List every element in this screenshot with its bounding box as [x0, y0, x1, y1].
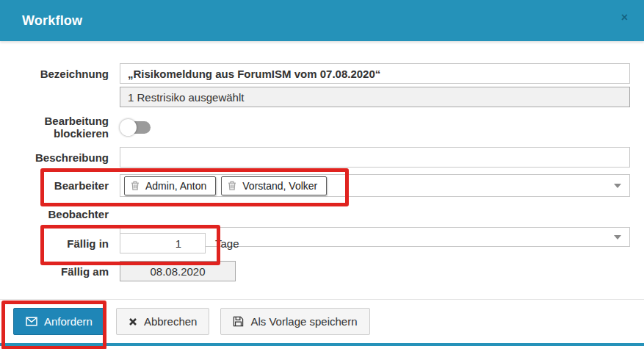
- bezeichnung-label: Bezeichnung: [0, 63, 109, 84]
- faellig-am-label: Fällig am: [0, 261, 109, 281]
- bottom-accent-bar: [0, 343, 644, 346]
- floppy-icon: [233, 316, 244, 327]
- trash-icon[interactable]: [228, 181, 236, 190]
- workflow-dialog: Workflow × Bezeichnung 1 Restrisiko ausg…: [0, 0, 644, 349]
- toggle-knob: [120, 119, 137, 136]
- bearbeiter-label: Bearbeiter: [0, 174, 109, 197]
- envelope-icon: [26, 317, 37, 326]
- beschreibung-label: Beschreibung: [0, 147, 109, 168]
- page-title: Workflow: [22, 13, 82, 29]
- faellig-am-readonly-field: 08.08.2020: [120, 261, 236, 281]
- abbrechen-label: Abbrechen: [144, 315, 198, 328]
- vorlage-label: Als Vorlage speichern: [250, 315, 357, 328]
- bearbeiter-chip[interactable]: Admin, Anton: [124, 176, 216, 195]
- als-vorlage-speichern-button[interactable]: Als Vorlage speichern: [220, 308, 369, 335]
- bearbeiter-chip[interactable]: Vorstand, Volker: [221, 176, 327, 195]
- bearbeitung-blockieren-label: Bearbeitung blockieren: [0, 115, 109, 141]
- bearbeitung-blockieren-toggle[interactable]: [122, 121, 151, 134]
- chip-label: Admin, Anton: [145, 180, 206, 192]
- footer-buttons: Anfordern Abbrechen Als Vorlage speicher…: [13, 308, 370, 335]
- dialog-header: Workflow ×: [0, 0, 644, 41]
- bezeichnung-input[interactable]: [120, 63, 630, 84]
- faellig-in-input[interactable]: [120, 233, 206, 253]
- x-icon: [129, 317, 137, 326]
- chip-label: Vorstand, Volker: [242, 180, 317, 192]
- beobachter-label: Beobachter: [0, 204, 109, 224]
- chevron-down-icon[interactable]: [614, 235, 621, 240]
- faellig-in-unit: Tage: [215, 233, 239, 253]
- trash-icon[interactable]: [131, 181, 140, 190]
- faellig-in-label: Fällig in: [0, 233, 109, 253]
- footer-divider: [0, 299, 644, 300]
- close-icon[interactable]: ×: [621, 12, 628, 24]
- bearbeiter-dropdown[interactable]: Admin, Anton Vorstand, Volker: [120, 174, 630, 197]
- beschreibung-input[interactable]: [120, 147, 630, 168]
- chevron-down-icon[interactable]: [614, 184, 621, 188]
- anfordern-button[interactable]: Anfordern: [13, 308, 105, 335]
- abbrechen-button[interactable]: Abbrechen: [116, 308, 210, 335]
- anfordern-label: Anfordern: [44, 315, 93, 328]
- restrisiko-readonly-field: 1 Restrisiko ausgewählt: [120, 87, 630, 107]
